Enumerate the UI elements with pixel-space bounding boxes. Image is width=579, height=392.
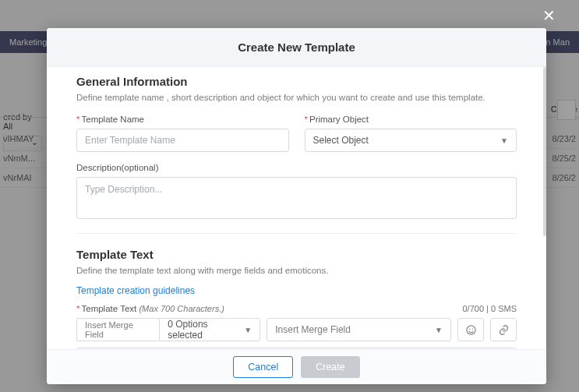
char-counter: 0/700 | 0 SMS — [462, 304, 517, 313]
guidelines-link[interactable]: Template creation guidelines — [76, 285, 195, 296]
primary-object-select[interactable]: Select Object ▼ — [305, 129, 517, 152]
template-text-input[interactable] — [76, 348, 517, 349]
cancel-button[interactable]: Cancel — [233, 356, 293, 378]
merge-field-select-2[interactable]: Insert Merge Field ▼ — [267, 318, 451, 341]
merge-field-label: Insert Merge Field — [76, 318, 159, 341]
template-text-section-subtitle: Define the template text along with merg… — [76, 264, 517, 277]
emoji-button[interactable] — [457, 318, 484, 341]
emoji-icon — [465, 324, 477, 336]
general-section-title: General Information — [76, 75, 517, 88]
description-label: Description(optional) — [76, 163, 517, 172]
general-section-subtitle: Define template name , short description… — [76, 91, 517, 104]
chevron-down-icon: ▼ — [244, 326, 252, 334]
modal-title: Create New Template — [47, 28, 546, 67]
chevron-down-icon: ▼ — [435, 326, 443, 334]
scrollbar[interactable] — [543, 67, 546, 236]
modal-scroll-area[interactable]: General Information Define template name… — [47, 67, 546, 349]
chevron-down-icon: ▼ — [500, 136, 508, 145]
link-button[interactable] — [490, 318, 517, 341]
svg-point-2 — [471, 328, 473, 330]
template-name-label: *Template Name — [76, 115, 289, 124]
template-name-input[interactable] — [76, 129, 289, 152]
section-divider — [76, 233, 517, 234]
create-button[interactable]: Create — [301, 356, 360, 378]
modal-footer: Cancel Create — [47, 349, 546, 384]
merge-field-select[interactable]: 0 Options selected ▼ — [159, 318, 260, 341]
description-input[interactable] — [76, 177, 517, 219]
template-text-label: *Template Text (Max 700 Characters.) — [76, 304, 224, 313]
primary-object-label: *Primary Object — [305, 115, 517, 124]
link-icon — [498, 324, 510, 336]
svg-point-0 — [466, 326, 475, 334]
template-text-section-title: Template Text — [76, 248, 517, 261]
close-icon[interactable]: ✕ — [542, 6, 556, 25]
create-template-modal: Create New Template General Information … — [47, 28, 546, 384]
svg-point-1 — [468, 328, 470, 330]
